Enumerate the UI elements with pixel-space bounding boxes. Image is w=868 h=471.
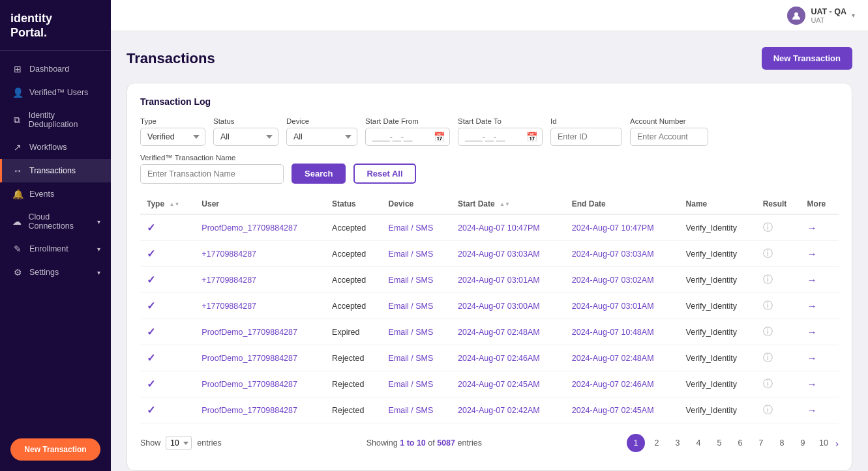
cell-more[interactable]: → [801, 293, 839, 319]
cell-device[interactable]: Email / SMS [382, 214, 451, 241]
sidebar-item-verified-users[interactable]: 👤 Verified™ Users [0, 81, 111, 104]
sidebar-item-dashboard[interactable]: ⊞ Dashboard [0, 57, 111, 81]
sidebar-item-transactions[interactable]: ↔ Transactions [0, 159, 111, 182]
cell-status: Expired [325, 319, 382, 345]
cell-more[interactable]: → [801, 397, 839, 423]
col-more: More [801, 194, 839, 214]
sidebar-new-transaction-button[interactable]: New Transaction [10, 438, 100, 461]
page-button-7[interactable]: 7 [752, 434, 770, 452]
reset-button[interactable]: Reset All [353, 164, 415, 184]
filters-row-2: Verified™ Transaction Name Search Reset … [140, 154, 839, 184]
page-header: Transactions New Transaction [127, 47, 852, 70]
cell-type: ✓ [140, 267, 195, 293]
cell-result[interactable]: ⓘ [756, 345, 801, 371]
page-button-5[interactable]: 5 [710, 434, 728, 452]
cell-user[interactable]: ProofDemo_17709884287 [195, 397, 325, 423]
cell-name: Verify_Identity [680, 345, 756, 371]
start-date-from-group: Start Date From 📅 [365, 117, 450, 146]
status-label: Status [213, 117, 278, 125]
cell-device[interactable]: Email / SMS [382, 345, 451, 371]
page-button-4[interactable]: 4 [689, 434, 708, 452]
cell-user[interactable]: ProofDemo_17709884287 [195, 214, 325, 241]
search-button[interactable]: Search [292, 164, 346, 184]
calendar-icon: 📅 [526, 132, 537, 142]
table-row: ✓ ProofDemo_17709884287 Accepted Email /… [140, 214, 839, 241]
sort-icon[interactable]: ▲▼ [169, 201, 179, 207]
user-chevron-icon: ▾ [852, 12, 855, 19]
cell-more[interactable]: → [801, 345, 839, 371]
transactions-icon: ↔ [12, 165, 23, 176]
sort-icon[interactable]: ▲▼ [500, 201, 510, 207]
type-select[interactable]: Verified All [140, 128, 205, 146]
sidebar-item-settings[interactable]: ⚙ Settings ▾ [0, 261, 111, 284]
content-area: Transactions New Transaction Transaction… [111, 31, 868, 471]
col-type-label: Type [147, 199, 164, 208]
sidebar-item-enrollment[interactable]: ✎ Enrollment ▾ [0, 237, 111, 261]
page-button-6[interactable]: 6 [731, 434, 749, 452]
events-icon: 🔔 [12, 189, 23, 199]
page-button-1[interactable]: 1 [627, 434, 645, 452]
cell-device[interactable]: Email / SMS [382, 241, 451, 267]
page-button-9[interactable]: 9 [794, 434, 812, 452]
cell-type: ✓ [140, 214, 195, 241]
cell-status: Accepted [325, 214, 382, 241]
cell-user[interactable]: ProofDemo_17709884287 [195, 319, 325, 345]
cell-result[interactable]: ⓘ [756, 371, 801, 397]
show-entries: Show 10 25 50 entries [140, 436, 222, 450]
col-start-date-label: Start Date [458, 199, 495, 208]
page-button-3[interactable]: 3 [668, 434, 687, 452]
cell-result[interactable]: ⓘ [756, 241, 801, 267]
sidebar-item-events[interactable]: 🔔 Events [0, 182, 111, 206]
table-footer: Show 10 25 50 entries Showing 1 to 10 of… [140, 434, 839, 457]
pagination: 12345678910› [627, 434, 839, 452]
status-select[interactable]: All Accepted Rejected Expired [213, 128, 278, 146]
cell-device[interactable]: Email / SMS [382, 319, 451, 345]
account-input[interactable] [630, 128, 708, 146]
page-button-10[interactable]: 10 [815, 434, 833, 452]
id-input[interactable] [550, 128, 622, 146]
cell-result[interactable]: ⓘ [756, 214, 801, 241]
cell-user[interactable]: +17709884287 [195, 293, 325, 319]
calendar-icon: 📅 [434, 132, 445, 142]
cell-name: Verify_Identity [680, 371, 756, 397]
cell-user[interactable]: ProofDemo_17709884287 [195, 371, 325, 397]
cell-result[interactable]: ⓘ [756, 397, 801, 423]
cell-device[interactable]: Email / SMS [382, 267, 451, 293]
new-transaction-button[interactable]: New Transaction [762, 47, 852, 70]
cell-more[interactable]: → [801, 267, 839, 293]
page-button-2[interactable]: 2 [648, 434, 666, 452]
sidebar-item-workflows[interactable]: ↗ Workflows [0, 136, 111, 159]
sidebar-item-label: Transactions [29, 166, 76, 175]
cell-more[interactable]: → [801, 241, 839, 267]
cell-start-date: 2024-Aug-07 03:00AM [451, 293, 565, 319]
verified-name-input[interactable] [140, 164, 284, 184]
account-filter-group: Account Number [630, 117, 708, 146]
cell-more[interactable]: → [801, 371, 839, 397]
cell-result[interactable]: ⓘ [756, 267, 801, 293]
id-filter-group: Id [550, 117, 622, 146]
verified-name-label: Verified™ Transaction Name [140, 154, 284, 162]
cell-type: ✓ [140, 241, 195, 267]
cell-user[interactable]: +17709884287 [195, 241, 325, 267]
cell-end-date: 2024-Aug-07 03:01AM [565, 293, 680, 319]
cell-device[interactable]: Email / SMS [382, 397, 451, 423]
entries-select[interactable]: 10 25 50 [166, 436, 192, 450]
sidebar-item-cloud-connections[interactable]: ☁ Cloud Connections ▾ [0, 206, 111, 237]
cell-result[interactable]: ⓘ [756, 319, 801, 345]
cell-more[interactable]: → [801, 319, 839, 345]
sidebar-item-identity-dedup[interactable]: ⧉ Identity Deduplication [0, 104, 111, 136]
page-next-button[interactable]: › [835, 438, 839, 449]
page-button-8[interactable]: 8 [773, 434, 791, 452]
cell-more[interactable]: → [801, 214, 839, 241]
table-row: ✓ +17709884287 Accepted Email / SMS 2024… [140, 293, 839, 319]
cell-device[interactable]: Email / SMS [382, 293, 451, 319]
cell-result[interactable]: ⓘ [756, 293, 801, 319]
type-label: Type [140, 117, 205, 125]
cell-type: ✓ [140, 371, 195, 397]
chevron-down-icon: ▾ [97, 218, 100, 225]
cell-user[interactable]: ProofDemo_17709884287 [195, 345, 325, 371]
user-menu[interactable]: UAT - QA UAT ▾ [787, 7, 855, 25]
cell-user[interactable]: +17709884287 [195, 267, 325, 293]
cell-device[interactable]: Email / SMS [382, 371, 451, 397]
device-select[interactable]: All Email / SMS Mobile [286, 128, 357, 146]
